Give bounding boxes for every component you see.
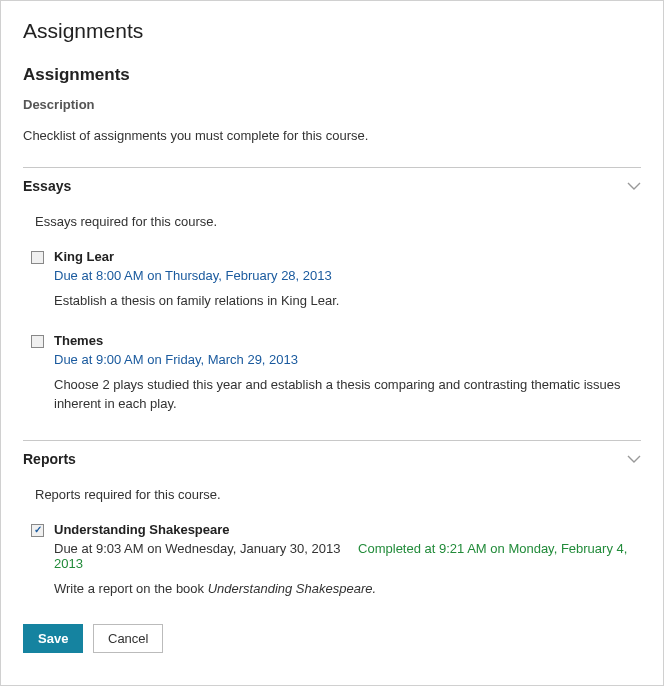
assignment-body: King Lear Due at 8:00 AM on Thursday, Fe… — [54, 249, 641, 311]
chevron-down-icon — [627, 455, 641, 463]
chevron-down-icon — [627, 182, 641, 190]
assignment-item: King Lear Due at 8:00 AM on Thursday, Fe… — [31, 249, 641, 311]
assignment-body: Themes Due at 9:00 AM on Friday, March 2… — [54, 333, 641, 414]
assignment-meta: Due at 9:00 AM on Friday, March 29, 2013 — [54, 352, 641, 367]
category-reports: Reports Reports required for this course… — [23, 440, 641, 599]
category-header-reports[interactable]: Reports — [23, 451, 641, 467]
assignment-meta: Due at 9:03 AM on Wednesday, January 30,… — [54, 541, 641, 571]
save-button[interactable]: Save — [23, 624, 83, 653]
category-title: Reports — [23, 451, 76, 467]
assignment-due: Due at 9:03 AM on Wednesday, January 30,… — [54, 541, 340, 556]
assignment-description: Write a report on the book Understanding… — [54, 579, 641, 599]
assignment-due: Due at 8:00 AM on Thursday, February 28,… — [54, 268, 332, 283]
category-description: Reports required for this course. — [35, 487, 641, 502]
assignment-title: Understanding Shakespeare — [54, 522, 641, 537]
assignment-description: Choose 2 plays studied this year and est… — [54, 375, 641, 414]
assignment-due: Due at 9:00 AM on Friday, March 29, 2013 — [54, 352, 298, 367]
button-row: Save Cancel — [23, 624, 641, 653]
category-header-essays[interactable]: Essays — [23, 178, 641, 194]
assignment-title: Themes — [54, 333, 641, 348]
category-description: Essays required for this course. — [35, 214, 641, 229]
assignment-item: Understanding Shakespeare Due at 9:03 AM… — [31, 522, 641, 599]
description-label: Description — [23, 97, 641, 112]
assignment-title: King Lear — [54, 249, 641, 264]
assignment-checkbox[interactable] — [31, 335, 44, 348]
assignment-checkbox[interactable] — [31, 251, 44, 264]
assignment-checkbox[interactable] — [31, 524, 44, 537]
assignment-meta: Due at 8:00 AM on Thursday, February 28,… — [54, 268, 641, 283]
page-title: Assignments — [23, 19, 641, 43]
assignments-panel: Assignments Assignments Description Chec… — [0, 0, 664, 686]
description-text: Checklist of assignments you must comple… — [23, 128, 641, 143]
cancel-button[interactable]: Cancel — [93, 624, 163, 653]
category-title: Essays — [23, 178, 71, 194]
section-title: Assignments — [23, 65, 641, 85]
category-essays: Essays Essays required for this course. … — [23, 167, 641, 414]
assignment-item: Themes Due at 9:00 AM on Friday, March 2… — [31, 333, 641, 414]
assignment-description: Establish a thesis on family relations i… — [54, 291, 641, 311]
assignment-body: Understanding Shakespeare Due at 9:03 AM… — [54, 522, 641, 599]
